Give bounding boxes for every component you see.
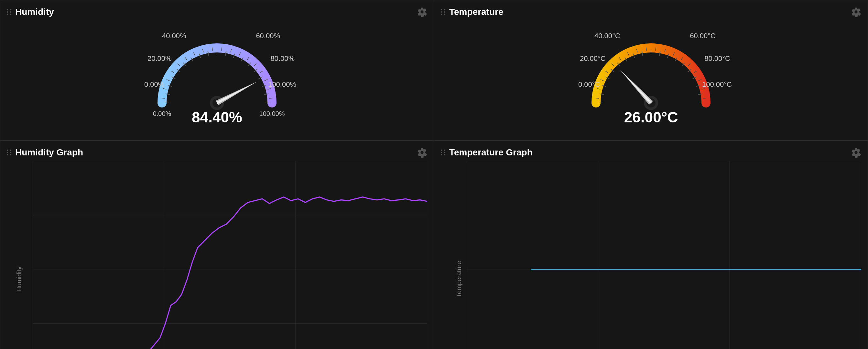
humidity-settings-icon[interactable]	[417, 7, 427, 17]
humidity-gauge-svg: 84.40% 0.00% 100.00%	[136, 25, 298, 129]
humidity-panel-header: Humidity	[7, 7, 427, 17]
temperature-graph-title: Temperature Graph	[449, 147, 533, 158]
drag-handle-icon-3[interactable]	[7, 150, 12, 155]
temperature-graph-header: Temperature Graph	[441, 147, 861, 158]
svg-line-69	[655, 48, 656, 51]
humidity-graph-settings-icon[interactable]	[417, 147, 427, 158]
humidity-value: 84.40%	[192, 109, 242, 126]
svg-line-27	[212, 48, 213, 51]
temperature-gauge-svg: 26.00°C	[570, 25, 732, 129]
humidity-title-group: Humidity	[7, 7, 54, 17]
svg-line-28	[221, 48, 222, 51]
svg-line-19	[162, 98, 165, 98]
dashboard: Humidity	[0, 0, 868, 349]
svg-line-77	[703, 98, 706, 98]
humidity-label-0: 0.00%	[153, 110, 172, 117]
svg-line-68	[646, 48, 647, 51]
temperature-gauge: 26.00°C 0.00°C 20.00°C 40.00°C 60.00°C 8…	[570, 20, 732, 134]
temperature-settings-icon[interactable]	[851, 7, 861, 17]
temperature-panel-title: Temperature	[449, 7, 503, 17]
humidity-graph-header: Humidity Graph	[7, 147, 427, 158]
temperature-graph-title-group: Temperature Graph	[441, 147, 533, 158]
drag-handle-icon-4[interactable]	[441, 150, 446, 155]
svg-marker-81	[619, 69, 652, 104]
temperature-title-group: Temperature	[441, 7, 503, 17]
svg-line-36	[269, 98, 272, 98]
temperature-graph-settings-icon[interactable]	[851, 147, 861, 158]
temperature-chart-area: Temperature 26°C 2022-02-28 22:00:00 202…	[441, 161, 861, 349]
humidity-y-label: Humidity	[16, 266, 23, 292]
humidity-chart-svg: 84.5% 84% 83.5% 83% 82.5% 2022-02-28 22:…	[33, 161, 427, 349]
humidity-gauge-panel: Humidity	[0, 0, 434, 141]
temperature-chart-svg: 26°C 2022-02-28 22:00:00 2022-02-28 23:0…	[467, 161, 861, 349]
humidity-graph-panel: Humidity Graph Humidity	[0, 141, 434, 349]
drag-handle-icon-2[interactable]	[441, 9, 446, 15]
temperature-panel-header: Temperature	[441, 7, 861, 17]
temperature-graph-panel: Temperature Graph Temperature 26°C	[434, 141, 868, 349]
temperature-y-label: Temperature	[455, 261, 463, 297]
temperature-value: 26.00°C	[624, 109, 678, 126]
humidity-label-100: 100.00%	[259, 110, 285, 117]
svg-marker-40	[216, 81, 257, 104]
temperature-gauge-panel: Temperature	[434, 0, 868, 141]
drag-handle-icon[interactable]	[7, 9, 12, 15]
humidity-graph-title-group: Humidity Graph	[7, 147, 83, 158]
svg-line-60	[596, 98, 599, 98]
humidity-graph-title: Humidity Graph	[15, 147, 83, 158]
humidity-panel-title: Humidity	[15, 7, 54, 17]
humidity-gauge: 84.40% 0.00% 100.00% 0.00% 20.00% 40.00%…	[136, 20, 298, 134]
humidity-chart-area: Humidity 84.5% 84% 83.5% 83% 82.5%	[7, 161, 427, 349]
